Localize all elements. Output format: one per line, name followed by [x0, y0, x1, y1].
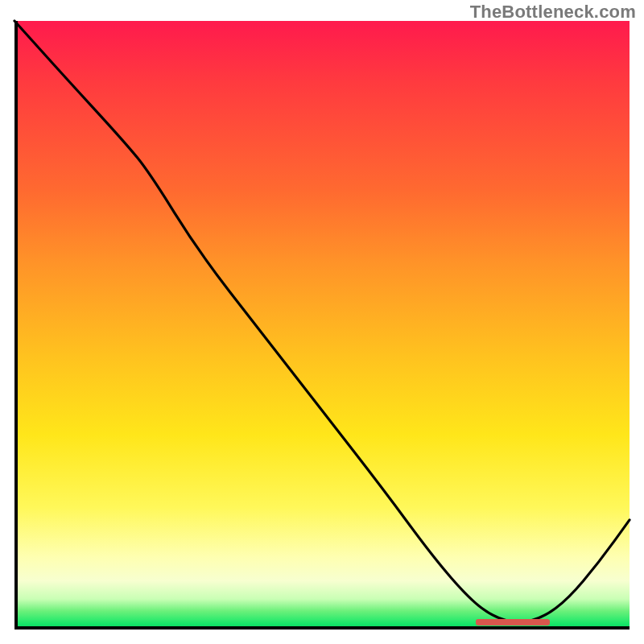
bottleneck-curve: [14, 21, 630, 630]
plot-area: [14, 21, 630, 630]
attribution-label: TheBottleneck.com: [470, 2, 636, 23]
minimum-region-marker: [476, 619, 550, 625]
chart-page: TheBottleneck.com: [0, 0, 644, 644]
